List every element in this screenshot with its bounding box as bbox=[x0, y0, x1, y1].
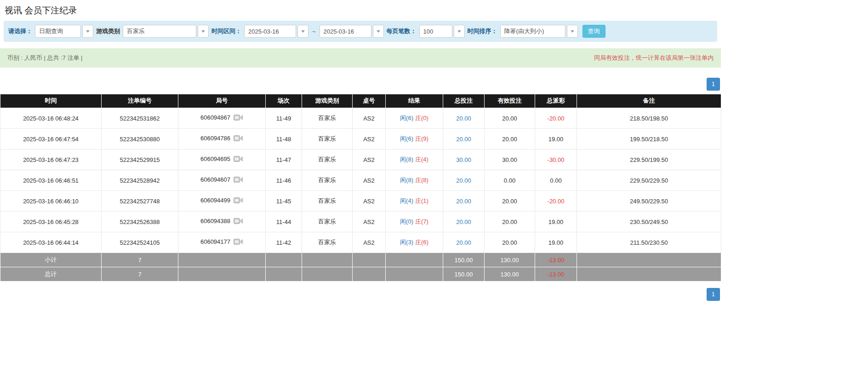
cell-result: 闲(3)庄(6) bbox=[386, 232, 443, 253]
summary-bar: 币别 : 人民币 | 总共 :7 注单 | 同局有效投注，统一计算在该局第一张注… bbox=[0, 48, 721, 68]
table-header-row: 时间 注单编号 局号 场次 游戏类别 桌号 结果 总投注 有效投注 总派彩 备注 bbox=[0, 94, 721, 108]
sort-select[interactable]: 降幂(由大到小) bbox=[500, 25, 578, 38]
empty-cell bbox=[178, 267, 266, 282]
cell-result: 闲(8)庄(8) bbox=[386, 170, 443, 191]
query-type-value: 日期查询 bbox=[35, 25, 81, 38]
column-header-valid-bet: 有效投注 bbox=[485, 94, 535, 108]
chevron-down-icon[interactable] bbox=[567, 25, 578, 38]
column-header-payout: 总派彩 bbox=[535, 94, 577, 108]
pagination-page-button[interactable]: 1 bbox=[707, 78, 720, 91]
total-bet-link[interactable]: 20.00 bbox=[456, 218, 471, 225]
cell-game: 百家乐 bbox=[302, 232, 353, 253]
empty-cell bbox=[353, 267, 386, 282]
cell-total-bet: 20.00 bbox=[443, 232, 485, 253]
cell-valid-bet: 0.00 bbox=[485, 170, 535, 191]
cell-table: AS2 bbox=[353, 191, 386, 212]
column-header-session: 场次 bbox=[266, 94, 302, 108]
cell-total-bet: 20.00 bbox=[443, 191, 485, 212]
empty-cell bbox=[577, 253, 721, 267]
cell-session: 11-44 bbox=[266, 212, 302, 232]
query-type-select[interactable]: 日期查询 bbox=[35, 25, 93, 38]
total-bet-link[interactable]: 30.00 bbox=[456, 156, 471, 163]
video-replay-icon[interactable] bbox=[234, 197, 243, 205]
empty-cell bbox=[178, 253, 266, 267]
subtotal-count: 7 bbox=[102, 253, 178, 267]
total-bet-link[interactable]: 20.00 bbox=[456, 239, 471, 246]
cell-result: 闲(6)庄(9) bbox=[386, 129, 443, 150]
table-row: 2025-03-16 06:46:51 522342528942 6060946… bbox=[0, 170, 721, 191]
result-banker: 庄(6) bbox=[415, 239, 428, 246]
result-banker: 庄(1) bbox=[415, 197, 428, 204]
cell-payout: 19.00 bbox=[535, 129, 577, 150]
column-header-table: 桌号 bbox=[353, 94, 386, 108]
cell-remark: 211.50/230.50 bbox=[577, 232, 721, 253]
result-player: 闲(3) bbox=[400, 239, 413, 246]
table-row: 2025-03-16 06:45:28 522342526388 6060943… bbox=[0, 212, 721, 232]
cell-remark: 218.50/198.50 bbox=[577, 108, 721, 129]
subtotal-valid-bet: 130.00 bbox=[485, 253, 535, 267]
date-to-select[interactable]: 2025-03-16 bbox=[320, 25, 384, 38]
cell-payout: 19.00 bbox=[535, 212, 577, 232]
column-header-result: 结果 bbox=[386, 94, 443, 108]
search-button[interactable]: 查询 bbox=[582, 25, 605, 38]
pagination-top: 1 bbox=[0, 78, 721, 91]
total-bet-link[interactable]: 20.00 bbox=[456, 198, 471, 205]
cell-bet-id: 522342528942 bbox=[102, 170, 178, 191]
result-banker: 庄(7) bbox=[415, 218, 428, 225]
cell-table: AS2 bbox=[353, 232, 386, 253]
per-page-select[interactable]: 100 bbox=[419, 25, 465, 38]
date-to-value: 2025-03-16 bbox=[320, 25, 371, 38]
filter-bar: 请选择： 日期查询 游戏类别 百家乐 时间区间： 2025-03-16 ~ 20… bbox=[4, 21, 717, 42]
cell-table: AS2 bbox=[353, 170, 386, 191]
range-separator: ~ bbox=[311, 28, 317, 35]
result-banker: 庄(4) bbox=[415, 156, 428, 163]
cell-total-bet: 20.00 bbox=[443, 170, 485, 191]
select-label: 请选择： bbox=[8, 27, 32, 35]
sort-label: 时间排序： bbox=[468, 27, 497, 35]
video-replay-icon[interactable] bbox=[234, 114, 243, 122]
subtotal-label: 小计 bbox=[0, 253, 102, 267]
empty-cell bbox=[386, 267, 443, 282]
result-player: 闲(8) bbox=[400, 156, 413, 163]
round-number: 606094867 bbox=[200, 115, 230, 121]
cell-remark: 249.50/229.50 bbox=[577, 191, 721, 212]
game-type-value: 百家乐 bbox=[123, 25, 196, 38]
cell-round: 606094695 bbox=[178, 150, 266, 170]
table-row: 2025-03-16 06:48:24 522342531862 6060948… bbox=[0, 108, 721, 129]
round-number: 606094695 bbox=[200, 156, 230, 163]
table-row: 2025-03-16 06:47:54 522342530880 6060947… bbox=[0, 129, 721, 150]
video-replay-icon[interactable] bbox=[234, 218, 243, 226]
pagination-page-button[interactable]: 1 bbox=[707, 288, 720, 301]
chevron-down-icon[interactable] bbox=[297, 25, 308, 38]
video-replay-icon[interactable] bbox=[234, 155, 243, 164]
chevron-down-icon[interactable] bbox=[454, 25, 465, 38]
chevron-down-icon[interactable] bbox=[82, 25, 93, 38]
round-number: 606094786 bbox=[200, 135, 230, 142]
video-replay-icon[interactable] bbox=[234, 135, 243, 143]
cell-valid-bet: 20.00 bbox=[485, 191, 535, 212]
cell-round: 606094177 bbox=[178, 232, 266, 253]
cell-table: AS2 bbox=[353, 150, 386, 170]
date-from-select[interactable]: 2025-03-16 bbox=[244, 25, 308, 38]
round-number: 606094607 bbox=[200, 177, 230, 184]
video-replay-icon[interactable] bbox=[234, 238, 243, 247]
cell-session: 11-47 bbox=[266, 150, 302, 170]
result-banker: 庄(8) bbox=[415, 177, 428, 184]
chevron-down-icon[interactable] bbox=[373, 25, 384, 38]
cell-game: 百家乐 bbox=[302, 191, 353, 212]
total-bet-link[interactable]: 20.00 bbox=[456, 115, 471, 122]
chevron-down-icon[interactable] bbox=[198, 25, 209, 38]
table-row: 2025-03-16 06:44:14 522342524105 6060941… bbox=[0, 232, 721, 253]
cell-game: 百家乐 bbox=[302, 212, 353, 232]
cell-payout: 0.00 bbox=[535, 170, 577, 191]
result-player: 闲(0) bbox=[400, 218, 413, 225]
video-replay-icon[interactable] bbox=[234, 176, 243, 184]
cell-round: 606094607 bbox=[178, 170, 266, 191]
total-bet-link[interactable]: 20.00 bbox=[456, 177, 471, 184]
cell-table: AS2 bbox=[353, 108, 386, 129]
empty-cell bbox=[302, 253, 353, 267]
total-bet-link[interactable]: 20.00 bbox=[456, 136, 471, 143]
cell-remark: 230.50/249.50 bbox=[577, 212, 721, 232]
total-count: 7 bbox=[102, 267, 178, 282]
game-type-select[interactable]: 百家乐 bbox=[123, 25, 209, 38]
